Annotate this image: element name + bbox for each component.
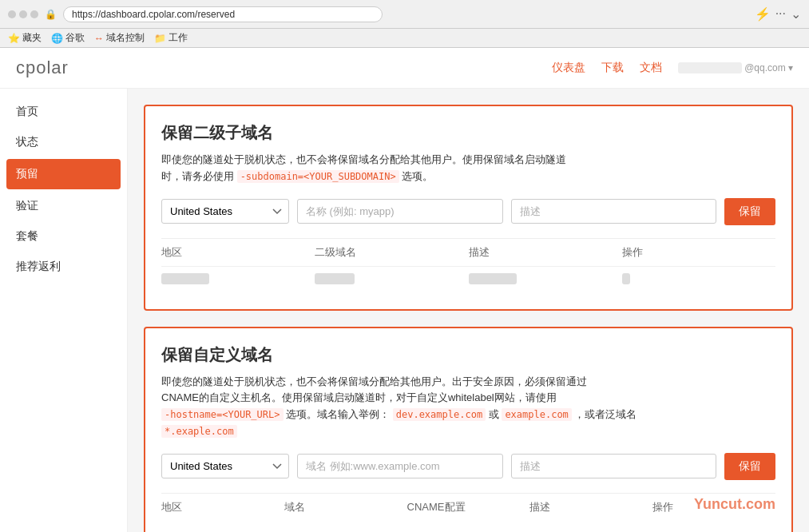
subdomain-desc: 即使您的隧道处于脱机状态，也不会将保留域名分配给其他用户。使用保留域名启动隧道 … [161, 152, 775, 185]
blur-subdomain [315, 273, 355, 284]
globe-icon: 🌐 [51, 33, 63, 44]
desc-text-2: CNAME的自定义主机名。使用保留域启动隧道时，对于自定义whitelabel网… [161, 391, 557, 403]
col-region: 地区 [161, 500, 284, 514]
menu-icon[interactable]: ··· [775, 6, 786, 22]
desc-text-5: ，或者泛域名 [574, 408, 636, 420]
url-bar[interactable]: https://dashboard.cpolar.com/reserved [63, 6, 383, 22]
cell-subdomain [315, 273, 468, 287]
dot-1 [8, 10, 16, 18]
blur-desc [469, 273, 517, 284]
blur-region [161, 273, 209, 284]
col-domain: 域名 [284, 500, 407, 514]
main-layout: 首页 状态 预留 验证 套餐 推荐返利 保留二级子域名 [0, 89, 809, 532]
subdomain-table-header: 地区 二级域名 描述 操作 [161, 238, 775, 266]
desc-text-1: 即使您的隧道处于脱机状态，也不会将保留域分配给其他用户。出于安全原因，必须保留通… [161, 375, 587, 387]
custom-domain-title: 保留自定义域名 [161, 344, 775, 366]
app-header: cpolar 仪表盘 下载 文档 @qq.com ▾ [0, 48, 809, 89]
region-select-2[interactable]: United States China Europe [161, 454, 289, 478]
col-cname: CNAME配置 [407, 500, 530, 514]
logo: cpolar [16, 58, 69, 78]
subdomain-desc-input[interactable] [511, 199, 717, 224]
bookmark-label: 藏夹 [22, 31, 42, 45]
browser-chrome: 🔒 https://dashboard.cpolar.com/reserved … [0, 0, 809, 29]
dot-2 [19, 10, 27, 18]
region-select-1[interactable]: United States China Europe [161, 199, 289, 224]
bookmarks-bar: ⭐ 藏夹 🌐 谷歌 ↔ 域名控制 📁 工作 [0, 29, 809, 48]
reserve-subdomain-button[interactable]: 保留 [724, 198, 775, 225]
sidebar-label: 首页 [16, 105, 38, 117]
chevron-icon[interactable]: ⌄ [791, 6, 801, 22]
sidebar-label: 预留 [16, 167, 38, 180]
sidebar-label: 推荐返利 [16, 260, 61, 272]
desc-text-2: 时，请务必使用 [161, 170, 234, 182]
custom-domain-form-row: United States China Europe 保留 [161, 453, 775, 480]
sidebar: 首页 状态 预留 验证 套餐 推荐返利 [0, 89, 128, 532]
bookmark-label: 工作 [169, 31, 188, 45]
bookmark-work[interactable]: 📁 工作 [154, 31, 188, 45]
subdomain-title: 保留二级子域名 [161, 122, 775, 144]
col-subdomain: 二级域名 [315, 245, 468, 260]
code-example2: example.com [502, 408, 571, 421]
bookmark-label: 谷歌 [65, 31, 85, 45]
desc-text-1: 即使您的隧道处于脱机状态，也不会将保留域名分配给其他用户。使用保留域名启动隧道 [161, 153, 566, 165]
desc-text-3: 选项。域名输入举例： [286, 408, 390, 420]
star-icon: ⭐ [8, 33, 20, 44]
sidebar-item-auth[interactable]: 验证 [0, 191, 127, 221]
browser-toolbar: ⚡ ··· ⌄ [755, 6, 801, 22]
nav-docs[interactable]: 文档 [640, 61, 662, 75]
user-suffix: @qq.com ▾ [744, 62, 793, 73]
bookmark-favorites[interactable]: ⭐ 藏夹 [8, 31, 42, 45]
sidebar-item-referral[interactable]: 推荐返利 [0, 252, 127, 282]
app-container: cpolar 仪表盘 下载 文档 @qq.com ▾ 首页 状态 预留 验证 [0, 48, 809, 532]
subdomain-form-row: United States China Europe 保留 [161, 198, 775, 225]
nav-download[interactable]: 下载 [601, 61, 624, 75]
user-avatar-blur [678, 62, 742, 73]
exchange-icon: ↔ [94, 33, 104, 44]
bookmark-label: 域名控制 [106, 31, 145, 45]
custom-domain-table-header: 地区 域名 CNAME配置 描述 操作 [161, 493, 775, 521]
col-desc: 描述 [469, 245, 622, 260]
lightning-icon: ⚡ [755, 6, 771, 22]
domain-desc-input[interactable] [511, 454, 717, 478]
desc-text-4: 或 [489, 408, 499, 420]
code-example1: dev.example.com [393, 408, 486, 421]
sidebar-label: 套餐 [16, 229, 38, 242]
nav-dashboard[interactable]: 仪表盘 [552, 61, 585, 75]
header-nav: 仪表盘 下载 文档 @qq.com ▾ [552, 61, 793, 75]
watermark: Yuncut.com [694, 496, 775, 513]
col-op: 操作 [622, 245, 775, 260]
user-menu[interactable]: @qq.com ▾ [678, 62, 793, 73]
blur-op [622, 273, 630, 284]
browser-dots [8, 10, 38, 18]
sidebar-item-reserved[interactable]: 预留 [6, 159, 121, 189]
dot-3 [30, 10, 38, 18]
subdomain-card: 保留二级子域名 即使您的隧道处于脱机状态，也不会将保留域名分配给其他用户。使用保… [144, 105, 793, 311]
subdomain-name-input[interactable] [297, 199, 503, 224]
cell-desc [469, 273, 622, 287]
lock-icon: 🔒 [45, 9, 57, 20]
desc-text-3: 选项。 [402, 170, 433, 182]
sidebar-item-status[interactable]: 状态 [0, 127, 127, 157]
table-row [161, 266, 775, 293]
reserve-domain-button[interactable]: 保留 [724, 453, 775, 480]
cell-region [161, 273, 315, 287]
sidebar-item-home[interactable]: 首页 [0, 97, 127, 127]
cell-op [622, 273, 775, 287]
code-hostname: -hostname=<YOUR_URL> [161, 408, 284, 421]
sidebar-item-plan[interactable]: 套餐 [0, 221, 127, 252]
content-area: 保留二级子域名 即使您的隧道处于脱机状态，也不会将保留域名分配给其他用户。使用保… [128, 89, 809, 532]
custom-domain-desc: 即使您的隧道处于脱机状态，也不会将保留域分配给其他用户。出于安全原因，必须保留通… [161, 374, 775, 440]
sidebar-label: 验证 [16, 199, 38, 212]
code-subdomain: -subdomain=<YOUR_SUBDOMAIN> [237, 170, 399, 183]
code-wildcard: *.exaple.com [161, 425, 237, 438]
domain-input[interactable] [297, 454, 503, 478]
sidebar-label: 状态 [16, 135, 38, 148]
bookmark-google[interactable]: 🌐 谷歌 [51, 31, 85, 45]
custom-domain-card: 保留自定义域名 即使您的隧道处于脱机状态，也不会将保留域分配给其他用户。出于安全… [144, 327, 793, 532]
bookmark-domain[interactable]: ↔ 域名控制 [94, 31, 145, 45]
col-region: 地区 [161, 245, 315, 260]
folder-icon: 📁 [154, 33, 166, 44]
col-desc: 描述 [529, 500, 652, 514]
